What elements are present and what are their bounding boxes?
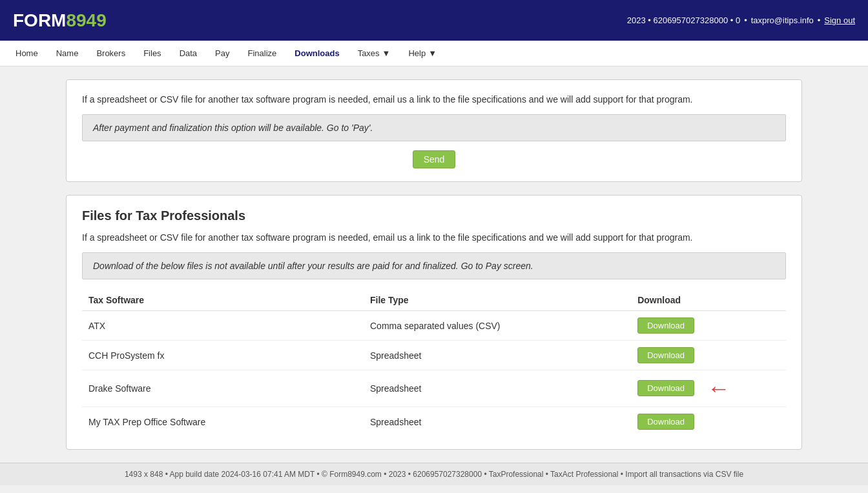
chevron-down-icon: ▼ <box>428 48 437 58</box>
download-button[interactable]: Download <box>637 380 694 396</box>
nav-files[interactable]: Files <box>134 42 170 65</box>
main-content: If a spreadsheet or CSV file for another… <box>59 79 809 450</box>
header-right: 2023 • 6206957027328000 • 0 • taxpro@iti… <box>627 15 855 25</box>
col-header-filetype: File Type <box>364 290 631 311</box>
cell-filetype: Spreadsheet <box>364 407 631 437</box>
top-card: If a spreadsheet or CSV file for another… <box>66 79 802 182</box>
cell-software: CCH ProSystem fx <box>82 341 364 370</box>
cell-download: Download <box>631 341 786 370</box>
nav-name[interactable]: Name <box>47 42 88 65</box>
footer: 1493 x 848 • App build date 2024-03-16 0… <box>0 463 868 485</box>
cell-filetype: Comma separated values (CSV) <box>364 311 631 341</box>
cell-download: Download <box>631 407 786 437</box>
download-button[interactable]: Download <box>637 414 694 430</box>
section-title: Files for Tax Professionals <box>82 208 786 223</box>
footer-text: 1493 x 848 • App build date 2024-03-16 0… <box>125 470 743 479</box>
nav-home[interactable]: Home <box>6 42 47 65</box>
chevron-down-icon: ▼ <box>382 48 391 58</box>
cell-download: Download← <box>631 370 786 407</box>
top-card-info-text: After payment and finalization this opti… <box>93 123 373 133</box>
top-card-description: If a spreadsheet or CSV file for another… <box>82 93 786 106</box>
nav-help-dropdown[interactable]: Help ▼ <box>399 42 446 65</box>
cell-filetype: Spreadsheet <box>364 370 631 407</box>
download-button[interactable]: Download <box>637 317 694 334</box>
nav-pay[interactable]: Pay <box>206 42 238 65</box>
download-table: Tax Software File Type Download ATXComma… <box>82 290 786 436</box>
warning-box: Download of the below files is not avail… <box>82 252 786 279</box>
nav-downloads[interactable]: Downloads <box>285 42 348 65</box>
header: FORM 8949 2023 • 6206957027328000 • 0 • … <box>0 0 868 41</box>
warning-text: Download of the below files is not avail… <box>93 261 533 271</box>
top-card-info-box: After payment and finalization this opti… <box>82 114 786 141</box>
nav-finalize[interactable]: Finalize <box>239 42 286 65</box>
send-button-wrapper: Send <box>82 150 786 168</box>
cell-filetype: Spreadsheet <box>364 341 631 370</box>
nav-brokers[interactable]: Brokers <box>87 42 134 65</box>
cell-software: ATX <box>82 311 364 341</box>
header-separator: • <box>744 15 747 25</box>
table-row: ATXComma separated values (CSV)Download <box>82 311 786 341</box>
account-info: 2023 • 6206957027328000 • 0 <box>627 15 740 25</box>
logo: FORM 8949 <box>13 10 107 31</box>
signout-link[interactable]: Sign out <box>824 15 855 25</box>
cell-download: Download <box>631 311 786 341</box>
user-email: taxpro@itips.info <box>751 15 814 25</box>
cell-software: My TAX Prep Office Software <box>82 407 364 437</box>
table-row: CCH ProSystem fxSpreadsheetDownload <box>82 341 786 370</box>
nav-taxes-dropdown[interactable]: Taxes ▼ <box>349 42 400 65</box>
logo-form: FORM <box>13 10 66 31</box>
header-separator2: • <box>818 15 821 25</box>
cell-software: Drake Software <box>82 370 364 407</box>
tax-professionals-card: Files for Tax Professionals If a spreads… <box>66 195 802 450</box>
logo-8949: 8949 <box>66 10 106 31</box>
download-button[interactable]: Download <box>637 347 694 363</box>
table-row: Drake SoftwareSpreadsheetDownload← <box>82 370 786 407</box>
col-header-download: Download <box>631 290 786 311</box>
arrow-indicator-icon: ← <box>707 377 730 400</box>
nav-data[interactable]: Data <box>170 42 206 65</box>
navigation: Home Name Brokers Files Data Pay Finaliz… <box>0 41 868 66</box>
send-button[interactable]: Send <box>413 150 456 168</box>
bottom-card-description: If a spreadsheet or CSV file for another… <box>82 231 786 245</box>
col-header-software: Tax Software <box>82 290 364 311</box>
table-row: My TAX Prep Office SoftwareSpreadsheetDo… <box>82 407 786 437</box>
